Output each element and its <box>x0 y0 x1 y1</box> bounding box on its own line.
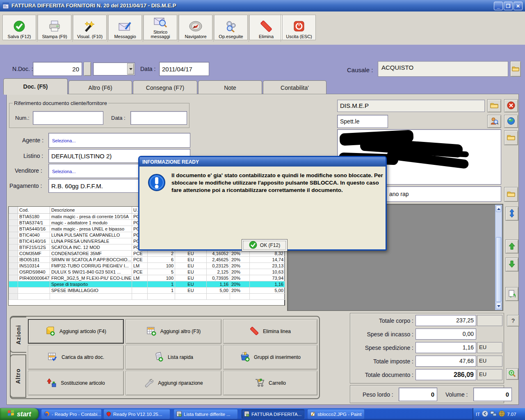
envelope-pen-icon <box>118 20 132 34</box>
ref-num-field[interactable] <box>33 111 103 125</box>
add-other-button[interactable]: Aggiungi altro (F3) <box>126 319 221 344</box>
volume-field[interactable]: 0 <box>473 388 512 401</box>
destination-folder-button[interactable] <box>504 187 518 202</box>
table-row[interactable]: OSRDS9840DULUX S 9W/21-840 G23 50X1 ...P… <box>9 269 285 275</box>
row-down-button[interactable] <box>505 258 518 272</box>
tray-clock[interactable]: 7.07 <box>507 412 516 417</box>
tab-doc[interactable]: Doc. (F5) <box>3 78 68 94</box>
agente-label: Agente : <box>22 137 43 144</box>
network-icon[interactable] <box>490 411 497 418</box>
operations-button[interactable]: Op.eseguite <box>214 15 248 40</box>
table-row[interactable]: PIR400000647FROR_3G2,5_M FLEXI-PIU' ECO-… <box>9 275 285 281</box>
navigator-button[interactable]: Navigatore <box>179 15 212 40</box>
causale-field[interactable]: ACQUISTO <box>378 61 508 77</box>
document-icon <box>176 411 182 418</box>
dialog-ok-button[interactable]: OK (F12) <box>242 239 288 251</box>
scrollbar-thumb[interactable] <box>496 237 501 302</box>
volume-label: Volume : <box>445 391 468 398</box>
cart-button[interactable]: Carrello <box>223 371 317 395</box>
totals-help-button[interactable]: ? <box>507 315 519 326</box>
taskbar-item-fattura-active[interactable]: FATTURA DIFFERITA... <box>241 409 305 419</box>
peso-lordo-field[interactable]: 0 <box>399 388 437 401</box>
table-row-selected[interactable]: Spese di trasporto1EU1,1620%1,16 <box>9 281 285 287</box>
delete-line-button[interactable]: Elimina linea <box>223 319 317 344</box>
print-button[interactable]: Stampa (F9) <box>38 15 71 40</box>
taskbar-item-readypro[interactable]: Ready Pro V12.10.25... <box>103 409 170 419</box>
wrench-icon <box>144 378 154 389</box>
table-row[interactable]: IBO05181SRMN W SCATOLA P.APP.BOCCHIO...P… <box>9 256 285 262</box>
salutation-field[interactable]: Spett.le <box>337 115 388 128</box>
tab-altro[interactable]: Altro (F6) <box>68 80 132 94</box>
totale-documento-currency: EU <box>477 369 502 380</box>
doc-series-combobox[interactable] <box>93 62 135 75</box>
tab-contabilita[interactable]: Contabilita' <box>263 80 326 94</box>
detail-scrollbar[interactable] <box>495 205 502 310</box>
message-button[interactable]: Messaggio <box>108 15 142 40</box>
totale-documento-value[interactable]: 286,09 <box>415 369 476 380</box>
doc-type-button[interactable] <box>84 62 91 76</box>
window-title: FATTURA DIFFERITA FORNITORI N. 20 del 20… <box>11 2 176 9</box>
message-history-button[interactable]: Storico messaggi <box>144 15 177 40</box>
total-corpo-row: Totale corpo : 237,25 <box>351 315 502 326</box>
actions-tab-altro[interactable]: Altro <box>10 354 26 398</box>
hide-icons-icon[interactable] <box>482 411 488 418</box>
actions-tab-azioni[interactable]: Azioni <box>10 317 26 353</box>
add-article-button[interactable]: Aggiungi articolo (F4) <box>28 319 124 344</box>
col-descrizione[interactable]: Descrizione <box>50 207 132 213</box>
supplier-folder-button[interactable] <box>487 99 501 112</box>
grid-check-icon <box>48 352 57 363</box>
supplier-clear-button[interactable] <box>504 99 518 112</box>
totale-imposte-value[interactable]: 47,68 <box>415 356 476 367</box>
preview-button[interactable]: Visual. (F10) <box>73 15 107 40</box>
web-button[interactable] <box>504 115 518 128</box>
spese-spedizione-value[interactable]: 1,16 <box>415 342 476 353</box>
close-button[interactable]: ✕ <box>514 2 523 10</box>
table-row[interactable]: INS10314FMP32-TUBO CORRUG PIEGHEV I...LM… <box>9 262 285 269</box>
address-folder-button[interactable] <box>504 130 518 145</box>
quick-list-button[interactable]: Lista rapida <box>126 345 221 370</box>
exit-button[interactable]: Uscita (ESC) <box>282 15 316 40</box>
table-row[interactable]: SPESE IMBALLAGGIO1EU5,0020%5,00 <box>9 287 285 293</box>
ndoc-field[interactable]: 20 <box>33 62 82 76</box>
tab-note[interactable]: Note <box>198 80 262 94</box>
spese-incasso-value[interactable]: 0,00 <box>415 329 476 340</box>
add-repair-button[interactable]: Aggiungi riparazione <box>126 371 221 395</box>
taskbar-item-paint[interactable]: sblocco2.JPG - Paint <box>307 409 365 419</box>
minimize-button[interactable]: _ <box>494 2 503 10</box>
taskbar-item-lista-fatture[interactable]: Lista fatture differite ... <box>173 409 238 419</box>
maximize-button[interactable]: ❐ <box>504 2 513 10</box>
replace-article-button[interactable]: Sostituzione articolo <box>28 371 124 395</box>
chevron-down-icon[interactable] <box>127 63 134 75</box>
agente-field[interactable]: Seleziona... <box>48 133 190 148</box>
ref-num-label: Num.: <box>15 115 30 121</box>
totals-detail-button[interactable] <box>506 368 518 380</box>
causale-folder-button[interactable] <box>510 61 521 77</box>
date-field[interactable]: 2011/04/17 <box>159 62 209 76</box>
taskbar-item-firefox[interactable]: - Ready Pro - Contabi... <box>41 409 102 419</box>
update-globe-icon[interactable] <box>499 411 505 418</box>
list-plus-icon <box>154 352 164 363</box>
listino-label: Listino : <box>23 153 43 159</box>
pagamento-label: Pagamento : <box>9 183 42 189</box>
move-row-button[interactable] <box>505 207 518 221</box>
scroll-up-icon[interactable] <box>496 205 501 212</box>
scroll-down-icon[interactable] <box>496 303 501 309</box>
start-button[interactable]: start <box>0 408 39 420</box>
insert-groups-button[interactable]: Gruppi di inserimento <box>223 345 317 370</box>
ref-date-field[interactable] <box>130 111 187 125</box>
windows-logo-icon <box>7 410 15 419</box>
contact-search-button[interactable] <box>487 115 501 128</box>
row-up-button[interactable] <box>505 240 518 253</box>
load-from-doc-button[interactable]: Carica da altro doc. <box>28 345 124 370</box>
delete-button[interactable]: Elimina <box>249 15 283 40</box>
col-cod[interactable]: Cod. <box>18 207 50 213</box>
save-check-icon <box>13 20 25 34</box>
refresh-rows-button[interactable] <box>505 287 518 301</box>
tab-consegna[interactable]: Consegna (F7) <box>133 80 197 94</box>
tray-language[interactable]: IT <box>476 412 480 417</box>
save-button[interactable]: Salva (F12) <box>2 15 36 40</box>
total-corpo-value[interactable]: 237,25 <box>415 315 476 326</box>
table-row[interactable] <box>9 293 285 299</box>
supplier-field[interactable]: DIS.M.E.P <box>337 100 485 112</box>
folder-icon <box>490 102 498 110</box>
